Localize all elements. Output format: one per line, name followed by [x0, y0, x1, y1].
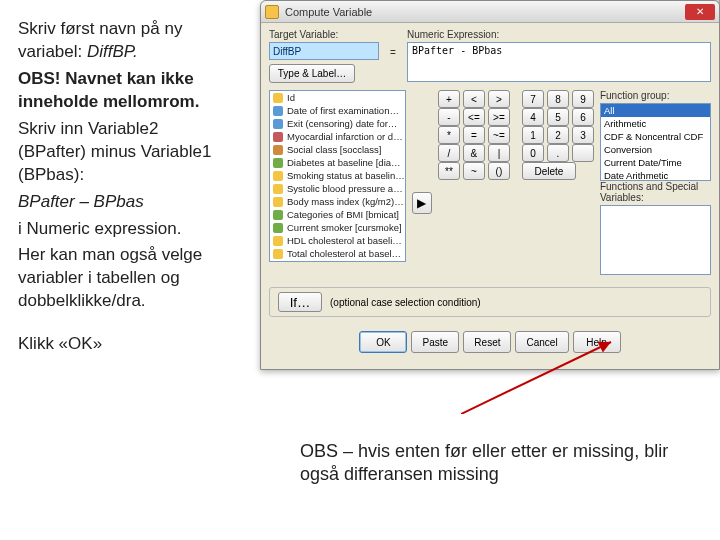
- keypad-blank[interactable]: -: [438, 108, 460, 126]
- variable-icon: [273, 223, 283, 233]
- move-right-button[interactable]: ▶: [412, 192, 432, 214]
- keypad-5[interactable]: 5: [547, 108, 569, 126]
- variable-icon: [273, 119, 283, 129]
- keypad-7[interactable]: 7: [522, 90, 544, 108]
- variable-row[interactable]: Smoking status at baselin…: [270, 169, 405, 182]
- numeric-expression-input[interactable]: [407, 42, 711, 82]
- keypad-blank[interactable]: >=: [488, 108, 510, 126]
- keypad-3[interactable]: 3: [572, 126, 594, 144]
- keypad: +<>789-<=>=456*=~=123/&|0. **~()Delete: [438, 90, 594, 180]
- variable-row[interactable]: Social class [socclass]: [270, 143, 405, 156]
- keypad-2[interactable]: 2: [547, 126, 569, 144]
- variable-row[interactable]: Total cholesterol at basel…: [270, 247, 405, 260]
- variable-label: Date of first examination…: [287, 105, 399, 116]
- variable-row[interactable]: Current smoker [cursmoke]: [270, 221, 405, 234]
- variable-icon: [273, 93, 283, 103]
- keypad-blank[interactable]: ~: [463, 162, 485, 180]
- function-group-label: Function group:: [600, 90, 711, 101]
- keypad-Delete[interactable]: Delete: [522, 162, 576, 180]
- function-group-item[interactable]: All: [601, 104, 710, 117]
- case-selection-row: If… (optional case selection condition): [269, 287, 711, 317]
- keypad-blank[interactable]: ~=: [488, 126, 510, 144]
- variable-label: Total cholesterol Visit 2 [t…: [287, 261, 401, 262]
- function-group-item[interactable]: Arithmetic: [601, 117, 710, 130]
- keypad-blank[interactable]: |: [488, 144, 510, 162]
- keypad-blank[interactable]: <: [463, 90, 485, 108]
- keypad-9[interactable]: 9: [572, 90, 594, 108]
- keypad-6[interactable]: 6: [572, 108, 594, 126]
- variable-icon: [273, 132, 283, 142]
- variable-row[interactable]: Total cholesterol Visit 2 [t…: [270, 260, 405, 262]
- variable-row[interactable]: Myocardial infarction or d…: [270, 130, 405, 143]
- reset-button[interactable]: Reset: [463, 331, 511, 353]
- bottom-note: OBS – hvis enten før eller etter er miss…: [300, 440, 700, 487]
- variable-icon: [273, 210, 283, 220]
- equals-sign: =: [385, 29, 401, 84]
- keypad-4[interactable]: 4: [522, 108, 544, 126]
- keypad-blank[interactable]: +: [438, 90, 460, 108]
- keypad-blank[interactable]: (): [488, 162, 510, 180]
- instruction-p6: Her kan man også velge variabler i tabel…: [18, 244, 219, 313]
- function-group-item[interactable]: Current Date/Time: [601, 156, 710, 169]
- variable-row[interactable]: Date of first examination…: [270, 104, 405, 117]
- ok-button[interactable]: OK: [359, 331, 407, 353]
- cancel-button[interactable]: Cancel: [515, 331, 568, 353]
- keypad-blank[interactable]: =: [463, 126, 485, 144]
- variable-icon: [273, 249, 283, 259]
- instruction-p2: OBS! Navnet kan ikke inneholde mellomrom…: [18, 68, 219, 114]
- keypad-0[interactable]: 0: [522, 144, 544, 162]
- variable-icon: [273, 236, 283, 246]
- variable-label: Id: [287, 92, 295, 103]
- target-variable-input[interactable]: [269, 42, 379, 60]
- variable-label: Categories of BMI [bmicat]: [287, 209, 399, 220]
- function-group-item[interactable]: CDF & Noncentral CDF: [601, 130, 710, 143]
- variable-row[interactable]: Diabetes at baseline [dia…: [270, 156, 405, 169]
- keypad-blank[interactable]: <=: [463, 108, 485, 126]
- variable-row[interactable]: Body mass index (kg/m2)…: [270, 195, 405, 208]
- variable-row[interactable]: Id: [270, 91, 405, 104]
- variable-label: Total cholesterol at basel…: [287, 248, 401, 259]
- functions-special-vars-label: Functions and Special Variables:: [600, 181, 711, 203]
- target-variable-label: Target Variable:: [269, 29, 379, 40]
- keypad-blank[interactable]: .: [547, 144, 569, 162]
- keypad-1[interactable]: 1: [522, 126, 544, 144]
- variable-row[interactable]: Exit (censoring) date for…: [270, 117, 405, 130]
- paste-button[interactable]: Paste: [411, 331, 459, 353]
- help-button[interactable]: Help: [573, 331, 621, 353]
- variable-label: Current smoker [cursmoke]: [287, 222, 402, 233]
- variable-label: Exit (censoring) date for…: [287, 118, 397, 129]
- variable-icon: [273, 145, 283, 155]
- keypad-blank[interactable]: >: [488, 90, 510, 108]
- variable-icon: [273, 158, 283, 168]
- variable-label: Diabetes at baseline [dia…: [287, 157, 401, 168]
- function-group-list[interactable]: AllArithmeticCDF & Noncentral CDFConvers…: [600, 103, 711, 181]
- type-label-button[interactable]: Type & Label…: [269, 64, 355, 83]
- variable-row[interactable]: HDL cholesterol at baseli…: [270, 234, 405, 247]
- variable-row[interactable]: Categories of BMI [bmicat]: [270, 208, 405, 221]
- variable-label: HDL cholesterol at baseli…: [287, 235, 402, 246]
- function-group-item[interactable]: Date Arithmetic: [601, 169, 710, 181]
- if-button[interactable]: If…: [278, 292, 322, 312]
- keypad-blank[interactable]: [572, 144, 594, 162]
- instruction-p7: Klikk «OK»: [18, 333, 219, 356]
- variable-label: Body mass index (kg/m2)…: [287, 196, 404, 207]
- keypad-blank[interactable]: *: [438, 126, 460, 144]
- keypad-blank[interactable]: **: [438, 162, 460, 180]
- variable-icon: [273, 171, 283, 181]
- variable-icon: [273, 197, 283, 207]
- instruction-p3: Skriv inn Variable2 (BPafter) minus Vari…: [18, 118, 219, 187]
- keypad-8[interactable]: 8: [547, 90, 569, 108]
- variable-icon: [273, 262, 283, 263]
- functions-special-vars-list[interactable]: [600, 205, 711, 275]
- keypad-blank[interactable]: /: [438, 144, 460, 162]
- variable-list[interactable]: IdDate of first examination…Exit (censor…: [269, 90, 406, 262]
- dialog-title: Compute Variable: [285, 6, 685, 18]
- instruction-p4: BPafter – BPbas: [18, 191, 219, 214]
- close-icon[interactable]: ✕: [685, 4, 715, 20]
- variable-label: Smoking status at baselin…: [287, 170, 405, 181]
- keypad-blank[interactable]: &: [463, 144, 485, 162]
- variable-icon: [273, 106, 283, 116]
- function-group-item[interactable]: Conversion: [601, 143, 710, 156]
- variable-label: Social class [socclass]: [287, 144, 382, 155]
- variable-row[interactable]: Systolic blood pressure a…: [270, 182, 405, 195]
